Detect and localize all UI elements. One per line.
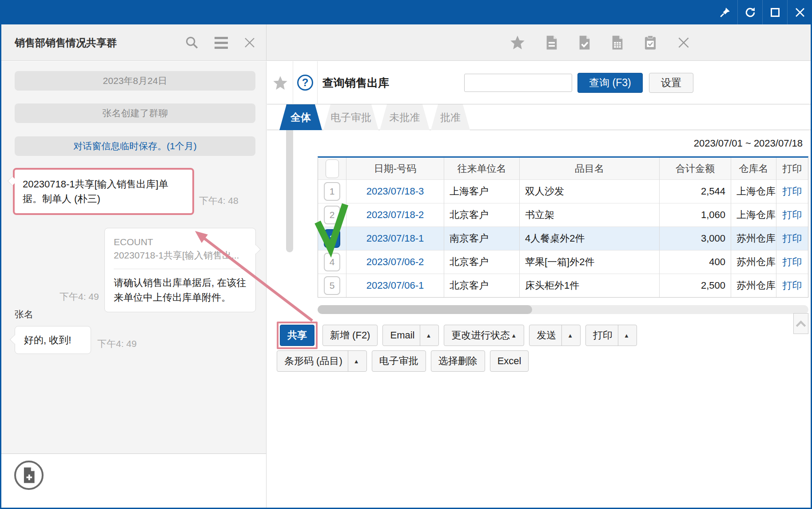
- chat-message-shared-doc[interactable]: 20230718-1共享[输入销售出库]单据。制单人 (朴三): [13, 168, 194, 215]
- send-button[interactable]: 发送 ▲: [529, 325, 581, 346]
- chat-close-icon[interactable]: [243, 36, 256, 49]
- chat-menu-icon[interactable]: [215, 37, 228, 49]
- tab-eapproval[interactable]: 电子审批: [323, 104, 378, 130]
- col-header-print[interactable]: 打印: [776, 158, 808, 179]
- item-cell: 双人沙发: [519, 179, 659, 203]
- attach-file-button[interactable]: [14, 461, 44, 490]
- panel-close-icon[interactable]: [677, 36, 691, 50]
- col-header-item[interactable]: 品目名: [519, 158, 659, 179]
- doc-date-link[interactable]: 2023/07/06-1: [346, 274, 444, 297]
- tab-approved[interactable]: 批准: [431, 104, 470, 130]
- tab-unapproved[interactable]: 未批准: [380, 104, 430, 130]
- chat-message-ecount[interactable]: ECOUNT 20230718-1共享[输入销售出... 请确认销售出库单据后,…: [104, 228, 256, 312]
- barcode-button[interactable]: 条形码 (品目) ▲: [277, 350, 367, 372]
- select-delete-button[interactable]: 选择删除: [431, 350, 485, 372]
- close-window-button[interactable]: [787, 0, 812, 24]
- bookmark-star-icon[interactable]: [272, 75, 288, 91]
- divider: [293, 61, 293, 104]
- bubble-tail: [10, 335, 19, 344]
- pin-icon: [719, 7, 731, 18]
- row-number-selected[interactable]: 3: [324, 229, 340, 248]
- date-range-row: 2023/07/01 ~ 2023/07/18: [267, 130, 811, 156]
- amount-cell: 2,500: [659, 274, 731, 297]
- select-all-checkbox[interactable]: [326, 159, 339, 178]
- email-button-label: Email: [390, 330, 414, 341]
- favorite-star-icon[interactable]: [509, 35, 525, 51]
- tab-bar: 全体 电子审批 未批准 批准: [267, 104, 811, 130]
- doc-date-link[interactable]: 2023/07/18-2: [346, 203, 444, 227]
- doc-date-link[interactable]: 2023/07/18-1: [346, 227, 444, 250]
- dropdown-up-icon[interactable]: ▲: [511, 332, 517, 339]
- chat-message-body: 请确认销售出库单据后, 在该往来单位中上传出库单附件。: [114, 275, 247, 305]
- row-number[interactable]: 2: [324, 206, 340, 224]
- clipboard-check-icon[interactable]: [644, 35, 657, 50]
- header-strip: 销售部销售情况共享群: [1, 24, 811, 61]
- col-header-warehouse[interactable]: 仓库名: [731, 158, 776, 179]
- col-header-customer[interactable]: 往来单位名: [444, 158, 519, 179]
- date-range[interactable]: 2023/07/01 ~ 2023/07/18: [694, 138, 811, 149]
- change-status-button[interactable]: 更改进行状态 ▲: [444, 325, 524, 346]
- pin-button[interactable]: [712, 0, 737, 24]
- print-link[interactable]: 打印: [776, 227, 808, 250]
- warehouse-cell: 苏州仓库: [731, 250, 776, 274]
- amount-cell: 3,000: [659, 227, 731, 250]
- print-link[interactable]: 打印: [776, 250, 808, 274]
- ecount-doc-link: 20230718-1共享[输入销售出...: [114, 249, 247, 262]
- window-titlebar: [0, 0, 812, 24]
- tab-all[interactable]: 全体: [279, 104, 322, 130]
- message-timestamp: 下午4: 49: [97, 338, 137, 350]
- search-icon[interactable]: [184, 35, 199, 50]
- excel-button[interactable]: Excel: [490, 350, 529, 372]
- amount-cell: 1,060: [659, 203, 731, 227]
- dropdown-up-icon[interactable]: ▲: [618, 325, 629, 346]
- change-status-label: 更改进行状态: [451, 329, 510, 342]
- row-number[interactable]: 4: [324, 253, 340, 271]
- print-link[interactable]: 打印: [776, 179, 808, 203]
- horizontal-scrollbar-thumb[interactable]: [318, 305, 532, 314]
- refresh-button[interactable]: [737, 0, 762, 24]
- row-number[interactable]: 5: [324, 276, 340, 295]
- document-table-icon[interactable]: [611, 35, 624, 50]
- print-link[interactable]: 打印: [776, 274, 808, 297]
- settings-button[interactable]: 设置: [649, 73, 693, 93]
- search-input[interactable]: [464, 74, 572, 92]
- select-all-cell: [318, 158, 346, 179]
- doc-date-link[interactable]: 2023/07/06-2: [346, 250, 444, 274]
- help-icon[interactable]: ?: [297, 75, 313, 91]
- scroll-to-top-button[interactable]: [793, 313, 808, 334]
- query-button[interactable]: 查询 (F3): [577, 73, 643, 93]
- print-link[interactable]: 打印: [776, 203, 808, 227]
- print-button[interactable]: 打印 ▲: [585, 325, 637, 346]
- share-button[interactable]: 共享: [280, 325, 314, 346]
- document-icon[interactable]: [545, 35, 558, 50]
- ecount-window: 销售部销售情况共享群: [0, 0, 812, 509]
- row-number[interactable]: 1: [324, 182, 340, 201]
- dropdown-up-icon[interactable]: ▲: [420, 325, 431, 346]
- item-cell: 苹果[一箱]外2件: [519, 250, 659, 274]
- chat-retention-notice: 对话窗信息临时保存。(1个月): [15, 136, 255, 156]
- dropdown-up-icon[interactable]: ▲: [348, 351, 359, 371]
- col-header-date[interactable]: 日期-号码: [346, 158, 444, 179]
- chat-created-notice: 张名创建了群聊: [15, 103, 255, 123]
- refresh-icon: [744, 6, 756, 19]
- amount-cell: 400: [659, 250, 731, 274]
- dropdown-up-icon[interactable]: ▲: [561, 325, 573, 346]
- add-button[interactable]: 新增 (F2): [322, 325, 378, 346]
- chat-message-reply[interactable]: 好的, 收到!: [15, 326, 91, 354]
- item-cell: 4人餐桌外2件: [519, 227, 659, 250]
- bubble-tail: [251, 245, 261, 254]
- query-header-row: ? 查询销售出库 查询 (F3) 设置: [267, 61, 811, 104]
- panel-action-icons: [509, 24, 691, 61]
- close-icon: [795, 7, 805, 18]
- doc-date-link[interactable]: 2023/07/18-3: [346, 179, 444, 203]
- customer-cell: 南京客户: [444, 227, 519, 250]
- chat-input-area: [1, 453, 266, 508]
- horizontal-scrollbar[interactable]: [318, 305, 808, 314]
- eapproval-button[interactable]: 电子审批: [372, 350, 426, 372]
- action-buttons-row2: 条形码 (品目) ▲ 电子审批 选择删除 Excel: [277, 350, 529, 372]
- document-check-icon[interactable]: [578, 35, 591, 50]
- col-header-amount[interactable]: 合计金额: [659, 158, 731, 179]
- chat-header: 销售部销售情况共享群: [1, 24, 267, 61]
- email-button[interactable]: Email ▲: [382, 325, 439, 346]
- maximize-button[interactable]: [762, 0, 787, 24]
